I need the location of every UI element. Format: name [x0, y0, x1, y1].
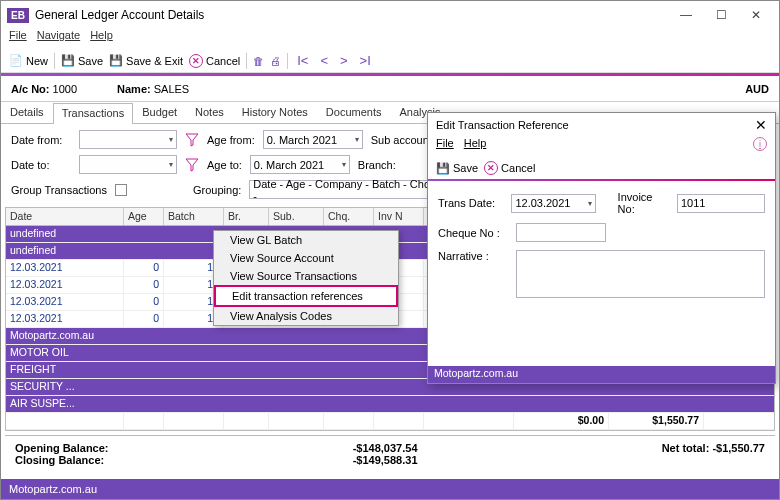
grouping-select[interactable]: Date - Age - Company - Batch - Chq. - [249, 180, 439, 199]
dialog-status: Motopartz.com.au [428, 366, 775, 383]
filter-icon[interactable] [185, 158, 199, 172]
age-to-label: Age to: [207, 159, 242, 171]
net-label: Net total: [662, 442, 710, 454]
tab-documents[interactable]: Documents [317, 102, 391, 123]
invoice-label: Invoice No: [618, 191, 669, 215]
closing-label: Closing Balance: [15, 454, 104, 466]
cancel-button[interactable]: ✕ Cancel [189, 54, 240, 68]
nav-first-icon[interactable]: I< [294, 53, 311, 68]
closing-value: -$149,588.31 [353, 454, 418, 466]
ctx-edit-transaction-references[interactable]: Edit transaction references [214, 285, 398, 307]
close-button[interactable]: ✕ [739, 4, 773, 26]
name-value: SALES [154, 83, 189, 95]
status-bar: Motopartz.com.au [1, 479, 779, 499]
ac-no-value: 1000 [53, 83, 77, 95]
menu-navigate[interactable]: Navigate [37, 29, 80, 49]
menubar: File Navigate Help [1, 29, 779, 49]
tab-details[interactable]: Details [1, 102, 53, 123]
date-from-label: Date from: [11, 134, 71, 146]
age-to-select[interactable]: 0. March 2021▾ [250, 155, 350, 174]
dialog-menu-help[interactable]: Help [464, 137, 487, 157]
edit-transaction-dialog: Edit Transaction Reference ✕ File Help i… [427, 112, 776, 384]
sub-account-label: Sub account: [371, 134, 435, 146]
cheque-label: Cheque No : [438, 227, 508, 239]
maximize-button[interactable]: ☐ [704, 4, 738, 26]
minimize-button[interactable]: — [669, 4, 703, 26]
dialog-close-icon[interactable]: ✕ [755, 117, 767, 133]
age-from-select[interactable]: 0. March 2021▾ [263, 130, 363, 149]
context-menu: View GL Batch View Source Account View S… [213, 230, 399, 326]
tab-notes[interactable]: Notes [186, 102, 233, 123]
toolbar: 📄 New 💾 Save 💾 Save & Exit ✕ Cancel 🗑 🖨 … [1, 49, 779, 73]
info-icon[interactable]: i [753, 137, 767, 151]
ctx-view-source-transactions[interactable]: View Source Transactions [214, 267, 398, 285]
ac-no-label: A/c No: [11, 83, 50, 95]
trans-date-label: Trans Date: [438, 197, 503, 209]
col-batch[interactable]: Batch [164, 208, 224, 225]
trans-date-input[interactable]: 12.03.2021▾ [511, 194, 596, 213]
ctx-view-gl-batch[interactable]: View GL Batch [214, 231, 398, 249]
account-header: A/c No: 1000 Name: SALES AUD [1, 76, 779, 102]
delete-icon[interactable]: 🗑 [253, 55, 264, 67]
cheque-input[interactable] [516, 223, 606, 242]
branch-label: Branch: [358, 159, 396, 171]
ctx-view-source-account[interactable]: View Source Account [214, 249, 398, 267]
dialog-cancel-button[interactable]: ✕ Cancel [484, 161, 535, 175]
net-value: -$1,550.77 [712, 442, 765, 454]
save-button[interactable]: 💾 Save [61, 54, 103, 67]
date-to-label: Date to: [11, 159, 71, 171]
status-text: Motopartz.com.au [9, 483, 97, 495]
menu-file[interactable]: File [9, 29, 27, 49]
invoice-input[interactable] [677, 194, 765, 213]
col-inv[interactable]: Inv N [374, 208, 424, 225]
app-icon: EB [7, 8, 29, 23]
opening-value: -$148,037.54 [353, 442, 418, 454]
group-trans-checkbox[interactable] [115, 184, 127, 196]
new-button[interactable]: 📄 New [9, 54, 48, 67]
grouping-label: Grouping: [193, 184, 241, 196]
menu-help[interactable]: Help [90, 29, 113, 49]
col-age[interactable]: Age [124, 208, 164, 225]
window-title: General Ledger Account Details [35, 8, 204, 22]
dialog-title: Edit Transaction Reference [436, 119, 569, 131]
nav-last-icon[interactable]: >I [357, 53, 374, 68]
print-icon[interactable]: 🖨 [270, 55, 281, 67]
col-date[interactable]: Date [6, 208, 124, 225]
date-to-input[interactable]: ▾ [79, 155, 177, 174]
ctx-view-analysis-codes[interactable]: View Analysis Codes [214, 307, 398, 325]
currency-label: AUD [745, 83, 769, 95]
narrative-input[interactable] [516, 250, 765, 298]
col-br[interactable]: Br. [224, 208, 269, 225]
narrative-label: Narrative : [438, 250, 508, 262]
filter-icon[interactable] [185, 133, 199, 147]
opening-label: Opening Balance: [15, 442, 109, 454]
table-row[interactable]: $0.00$1,550.77 [6, 413, 774, 430]
nav-prev-icon[interactable]: < [317, 53, 331, 68]
tab-transactions[interactable]: Transactions [53, 103, 134, 124]
name-label: Name: [117, 83, 151, 95]
totals-panel: Opening Balance: Closing Balance: -$148,… [5, 435, 775, 472]
dialog-save-button[interactable]: 💾 Save [436, 162, 478, 175]
col-chq[interactable]: Chq. [324, 208, 374, 225]
tab-budget[interactable]: Budget [133, 102, 186, 123]
dialog-menu-file[interactable]: File [436, 137, 454, 157]
table-row[interactable]: AIR SUSPE... [6, 396, 774, 413]
save-exit-button[interactable]: 💾 Save & Exit [109, 54, 183, 67]
nav-next-icon[interactable]: > [337, 53, 351, 68]
group-trans-label: Group Transactions [11, 184, 107, 196]
tab-history-notes[interactable]: History Notes [233, 102, 317, 123]
titlebar[interactable]: EB General Ledger Account Details — ☐ ✕ [1, 1, 779, 29]
col-sub[interactable]: Sub. [269, 208, 324, 225]
age-from-label: Age from: [207, 134, 255, 146]
date-from-input[interactable]: ▾ [79, 130, 177, 149]
